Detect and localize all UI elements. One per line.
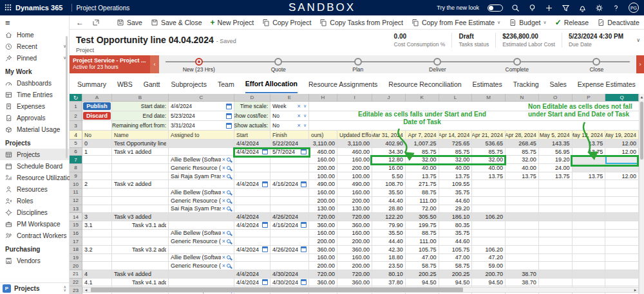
task-name-cell[interactable]: Task v2 added [112,180,169,188]
sidebar-item-disciplines[interactable]: Disciplines [0,207,69,218]
updated-effort-cell[interactable]: 360.00 [337,221,372,230]
assigned-to-cell[interactable]: Generic Resource (Finance× [169,237,234,246]
week-effort-cell[interactable]: 85.75 [472,148,506,156]
lookup-icon[interactable] [227,264,231,268]
week-effort-cell[interactable]: 305.50 [406,213,439,221]
week-effort-cell[interactable]: 271.75 [406,180,439,188]
calendar-icon[interactable] [262,279,268,285]
start-date-cell[interactable] [234,230,270,238]
assigned-to-cell[interactable]: Allie Bellew (Software× [169,156,234,164]
sidebar-item-dashboards[interactable]: Dashboards [0,77,69,89]
assigned-to-cell[interactable]: Allie Bellew (Software× [169,188,234,197]
calendar-icon[interactable] [262,181,268,187]
updated-effort-cell[interactable]: 490.00 [337,180,372,188]
sidebar-item-expenses[interactable]: Expenses [0,100,69,112]
week-effort-cell[interactable]: 24.00 [539,164,573,172]
tab-effort-allocation[interactable]: Effort Allocation [245,75,298,93]
task-name-cell[interactable] [112,164,169,172]
row-header-13[interactable]: 13 [70,205,82,214]
week-effort-cell[interactable]: 35.75 [439,188,473,197]
week-effort-cell[interactable] [506,213,539,221]
row-header-5[interactable]: 5 [70,140,82,148]
calendar-icon[interactable] [226,123,232,129]
week-effort-cell[interactable]: 88.75 [406,230,439,238]
week-effort-cell[interactable] [573,262,606,270]
assigned-to-cell[interactable] [169,140,234,148]
remove-resource-icon[interactable]: × [221,173,227,179]
wbs-number-cell[interactable] [82,156,112,164]
column-title-assigned-to[interactable]: Assigned to [169,131,234,140]
finish-date-cell[interactable]: 5/7/2024 [270,148,309,156]
week-effort-cell[interactable] [539,246,573,254]
column-header-N[interactable]: N [506,94,539,102]
week-effort-cell[interactable] [605,156,639,164]
sidebar-item-resources[interactable]: Resources [0,183,69,195]
row-header-9[interactable]: 9 [70,172,82,181]
horizontal-scrollbar[interactable]: ◂ ▸ [82,287,639,293]
updated-effort-cell[interactable]: 160.00 [337,230,372,238]
week-effort-cell[interactable]: 32.00 [506,156,539,164]
week-effort-cell[interactable]: 44.40 [372,197,406,205]
effort-hours-cell[interactable]: 200.00 [309,197,337,205]
week-effort-cell[interactable]: 35.75 [439,230,473,238]
sidebar-item-time-entries[interactable]: Time Entries [0,89,69,100]
effort-hours-cell[interactable]: 130.00 [309,205,337,214]
week-effort-cell[interactable] [573,197,606,205]
week-effort-cell[interactable]: 16.00 [372,164,406,172]
task-name-cell[interactable] [112,172,169,181]
updated-effort-cell[interactable]: 360.00 [337,246,372,254]
header-chevron-icon[interactable]: ∨ [636,37,640,43]
budget-button[interactable]: Budget∨ [509,19,546,26]
calendar-icon[interactable] [301,279,307,285]
calendar-icon[interactable] [301,222,307,228]
row-header-21[interactable]: 21 [70,270,82,279]
copy-project-button[interactable]: Copy Project [262,19,311,26]
tab-wbs[interactable]: WBS [117,75,133,93]
week-effort-cell[interactable]: 80.35 [439,221,473,230]
config-date-input[interactable]: 4/4/2024 [169,102,234,111]
week-effort-cell[interactable]: 13.75 [472,172,506,181]
column-header-L[interactable]: L [439,94,473,102]
week-effort-cell[interactable]: 1,007.25 [406,140,439,148]
chevron-down-icon[interactable]: ∨ [302,123,307,128]
effort-hours-cell[interactable]: 360.00 [309,246,337,254]
column-header-M[interactable]: M [472,94,506,102]
column-title-may-5-2024[interactable]: May 5, 2024 [539,131,573,140]
sidebar-item-home[interactable]: Home [0,29,69,41]
bpf-collapse-icon[interactable]: ‹ [150,55,159,73]
week-effort-cell[interactable] [573,230,606,238]
week-effort-cell[interactable]: 106.20 [472,246,506,254]
finish-date-cell[interactable]: 4/30/2024 [270,270,309,279]
finish-date-cell[interactable] [270,188,309,197]
finish-date-cell[interactable]: 4/16/2024 [270,221,309,230]
week-effort-cell[interactable]: 85.75 [439,148,473,156]
plus-icon[interactable] [545,4,553,12]
lightbulb-icon[interactable] [528,4,536,12]
assigned-to-cell[interactable] [169,213,234,221]
tab-team[interactable]: Team [218,75,234,93]
sidebar-scrollbar[interactable] [66,36,68,158]
effort-hours-cell[interactable]: 720.00 [309,213,337,221]
sidebar-item-projects[interactable]: Projects [0,149,69,160]
scroll-right-icon[interactable]: ▸ [632,288,638,293]
column-header-H[interactable]: H [309,94,337,102]
lookup-icon[interactable] [227,174,231,178]
assigned-to-cell[interactable]: Allie Bellew (Software× [169,230,234,238]
week-effort-cell[interactable]: 13.75 [573,148,606,156]
week-effort-cell[interactable]: 40.00 [439,164,473,172]
column-header-E[interactable]: E [270,94,309,102]
week-effort-cell[interactable] [506,205,539,214]
week-effort-cell[interactable]: 47.20 [472,254,506,262]
week-effort-cell[interactable] [472,205,506,214]
week-effort-cell[interactable]: 18.80 [372,254,406,262]
column-title-apr-7-2024[interactable]: Apr 7, 2024 [406,131,439,140]
finish-date-cell[interactable] [270,237,309,246]
week-effort-cell[interactable] [472,230,506,238]
row-header-8[interactable]: 8 [70,164,82,172]
lookup-icon[interactable] [227,207,231,210]
week-effort-cell[interactable] [573,213,606,221]
bpf-stage-complete[interactable]: Complete [477,55,557,73]
publish-button[interactable]: Publish [82,102,112,111]
tab-summary[interactable]: Summary [77,75,106,93]
effort-hours-cell[interactable]: 160.00 [309,156,337,164]
